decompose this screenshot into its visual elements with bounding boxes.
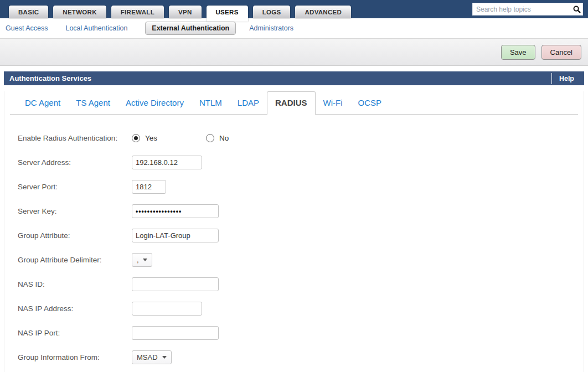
radio-label-no: No <box>219 134 229 142</box>
nav-tab-logs[interactable]: LOGS <box>253 6 291 18</box>
field-label-server-address: Server Address: <box>18 158 132 167</box>
tab-ts-agent[interactable]: TS Agent <box>68 92 118 114</box>
form-row-nas-id: NAS ID: <box>18 277 584 291</box>
nav-tab-users[interactable]: USERS <box>207 6 248 22</box>
nas-ip-port-input[interactable] <box>132 326 219 340</box>
tab-ntlm[interactable]: NTLM <box>192 92 230 114</box>
nas-id-input[interactable] <box>132 277 219 291</box>
tab-radius[interactable]: RADIUS <box>267 91 316 115</box>
enable-radius-authentication-radio-no[interactable] <box>206 134 214 142</box>
radio-label-yes: Yes <box>145 134 157 142</box>
field-label-group-attribute: Group Attribute: <box>18 231 132 240</box>
tab-ocsp[interactable]: OCSP <box>350 92 390 114</box>
field-label-group-attribute-delimiter: Group Attribute Delimiter: <box>18 256 132 264</box>
nas-ip-address-input[interactable] <box>132 302 202 316</box>
field-label-nas-id: NAS ID: <box>18 280 132 288</box>
sub-nav-item-external-authentication[interactable]: External Authentication <box>145 22 236 35</box>
chevron-down-icon <box>162 356 167 359</box>
form-row-nas-ip-port: NAS IP Port: <box>18 326 584 340</box>
cancel-button[interactable]: Cancel <box>541 45 581 60</box>
save-button[interactable]: Save <box>501 45 535 60</box>
auth-tab-strip: DC AgentTS AgentActive DirectoryNTLMLDAP… <box>10 91 578 115</box>
form-row-group-attribute: Group Attribute: <box>18 229 584 242</box>
enable-radius-authentication-option-no[interactable]: No <box>206 134 229 142</box>
server-key-input[interactable] <box>132 204 219 218</box>
enable-radius-authentication-radio-yes[interactable] <box>132 134 140 142</box>
group-information-from-select[interactable]: MSAD <box>132 350 172 364</box>
group-attribute-input[interactable] <box>132 229 219 242</box>
nav-tab-advanced[interactable]: ADVANCED <box>295 6 351 18</box>
field-label-group-information-from: Group Information From: <box>18 353 132 361</box>
form-row-server-key: Server Key: <box>18 204 584 218</box>
sub-nav-item-administrators[interactable]: Administrators <box>249 24 293 32</box>
tab-wi-fi[interactable]: Wi-Fi <box>316 92 350 114</box>
chevron-down-icon <box>143 259 147 261</box>
search-input[interactable] <box>473 3 571 15</box>
panel-body: DC AgentTS AgentActive DirectoryNTLMLDAP… <box>4 91 584 372</box>
top-nav: BASICNETWORKFIREWALLVPNUSERSLOGSADVANCED <box>0 0 588 18</box>
form-row-server-port: Server Port: <box>18 180 584 194</box>
tab-active-directory[interactable]: Active Directory <box>118 92 192 114</box>
tab-ldap[interactable]: LDAP <box>230 92 267 114</box>
field-label-nas-ip-port: NAS IP Port: <box>18 329 132 337</box>
search-icon[interactable] <box>571 3 582 15</box>
help-link[interactable]: Help <box>551 73 584 84</box>
server-address-input[interactable] <box>132 156 202 169</box>
sub-nav-item-guest-access[interactable]: Guest Access <box>6 24 48 32</box>
form-row-nas-ip-address: NAS IP Address: <box>18 302 584 316</box>
field-label-enable-radius-authentication: Enable Radius Authentication: <box>18 134 132 142</box>
form-row-enable-radius-authentication: Enable Radius Authentication:YesNo <box>18 131 584 145</box>
nav-tab-vpn[interactable]: VPN <box>169 6 202 18</box>
help-search <box>472 3 583 16</box>
enable-radius-authentication-option-yes[interactable]: Yes <box>132 134 157 142</box>
field-label-server-port: Server Port: <box>18 183 132 191</box>
page-title: Authentication Services <box>9 74 91 82</box>
action-toolbar: Save Cancel <box>0 38 588 66</box>
field-label-server-key: Server Key: <box>18 207 132 215</box>
nav-tab-firewall[interactable]: FIREWALL <box>111 6 164 18</box>
tab-dc-agent[interactable]: DC Agent <box>17 92 68 114</box>
server-port-input[interactable] <box>132 180 166 194</box>
form-row-group-information-from: Group Information From:MSAD <box>18 350 584 364</box>
select-value: MSAD <box>137 353 158 361</box>
nav-tab-basic[interactable]: BASIC <box>9 6 48 18</box>
field-label-nas-ip-address: NAS IP Address: <box>18 304 132 313</box>
form-row-group-attribute-delimiter: Group Attribute Delimiter:, <box>18 253 584 267</box>
nav-tab-network[interactable]: NETWORK <box>53 6 106 18</box>
form-row-server-address: Server Address: <box>18 156 584 169</box>
authentication-services-panel: Authentication Services Help DC AgentTS … <box>4 71 584 372</box>
panel-header: Authentication Services Help <box>4 71 584 85</box>
radius-form: Enable Radius Authentication:YesNoServer… <box>4 115 584 372</box>
select-value: , <box>137 256 139 264</box>
sub-nav: Guest AccessLocal AuthenticationExternal… <box>0 18 588 38</box>
group-attribute-delimiter-select[interactable]: , <box>132 253 152 267</box>
sub-nav-item-local-authentication[interactable]: Local Authentication <box>65 24 127 32</box>
